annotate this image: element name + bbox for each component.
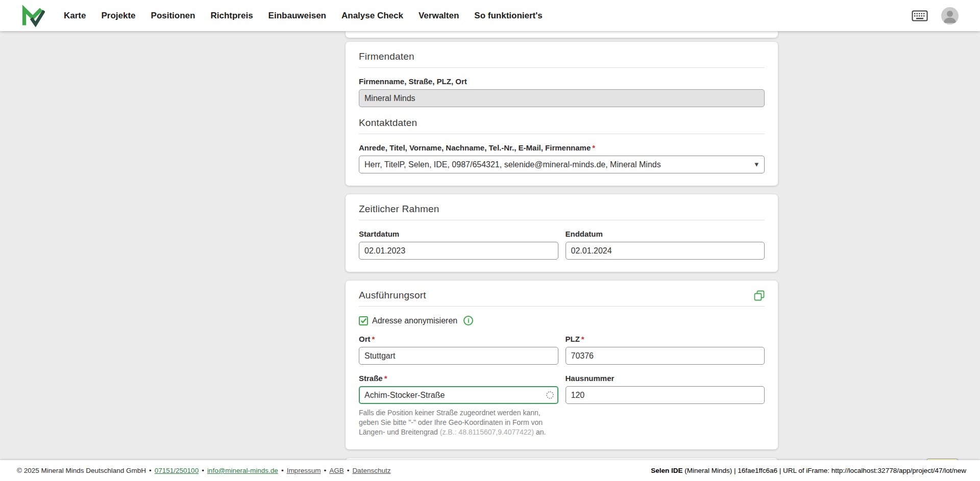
agb-link[interactable]: AGB <box>329 467 344 474</box>
hausnummer-input[interactable] <box>566 386 765 404</box>
email-link[interactable]: info@mineral-minds.de <box>207 467 278 474</box>
company-field-label: Firmenname, Straße, PLZ, Ort <box>359 77 765 86</box>
divider <box>359 220 765 220</box>
strasse-label: Straße* <box>359 374 558 383</box>
divider <box>359 67 765 68</box>
person-icon <box>941 7 959 24</box>
separator: • <box>281 467 284 474</box>
chevron-down-icon: ▾ <box>754 160 758 169</box>
required-marker: * <box>581 335 584 343</box>
ort-label: Ort* <box>359 335 558 343</box>
startdatum-field: Startdatum <box>359 230 558 260</box>
brand-logo[interactable] <box>21 5 45 27</box>
ort-input[interactable] <box>359 347 558 365</box>
divider <box>359 134 765 134</box>
required-marker: * <box>384 374 387 383</box>
navbar-right <box>912 7 959 24</box>
copy-icon[interactable] <box>754 290 765 301</box>
kontaktdaten-title: Kontaktdaten <box>359 117 765 129</box>
footer: © 2025 Mineral Minds Deutschland GmbH • … <box>0 460 980 481</box>
separator: • <box>202 467 204 474</box>
anonymize-label[interactable]: Adresse anonymisieren <box>372 316 457 325</box>
datenschutz-link[interactable]: Datenschutz <box>352 467 390 474</box>
previous-card-partial <box>346 31 778 38</box>
separator: • <box>347 467 350 474</box>
strasse-field: Straße* Falls die Position keiner Straße… <box>359 374 558 437</box>
footer-debug-info: Selen IDE (Mineral Minds) | 16fae1ffc6a6… <box>651 467 966 474</box>
nav-item-karte[interactable]: Karte <box>56 0 93 31</box>
helper-coords-example: (z.B.: 48.8115607,9.4077422) <box>440 428 534 436</box>
card-ausfuehrungsort: Ausführungsort Adresse anonymisieren i <box>346 281 778 449</box>
nav-item-projekte[interactable]: Projekte <box>93 0 143 31</box>
kontakt-select-value: Herr, TitelP, Selen, IDE, 0987/654321, s… <box>364 160 661 169</box>
required-marker: * <box>592 143 595 152</box>
kontakt-field-label-text: Anrede, Titel, Vorname, Nachname, Tel.-N… <box>359 143 591 152</box>
keyboard-icon[interactable] <box>912 10 928 21</box>
loading-spinner-icon <box>546 391 554 399</box>
divider <box>359 306 765 307</box>
ide-name: Selen IDE <box>651 467 682 474</box>
copyright-text: © 2025 Mineral Minds Deutschland GmbH <box>17 467 146 474</box>
impressum-link[interactable]: Impressum <box>287 467 321 474</box>
anonymize-row: Adresse anonymisieren i <box>359 316 765 325</box>
check-icon <box>360 317 367 324</box>
startdatum-label: Startdatum <box>359 230 558 238</box>
phone-link[interactable]: 07151/250100 <box>155 467 199 474</box>
iframe-url-text: (Mineral Minds) | 16fae1ffc6a6 | URL of … <box>682 467 966 474</box>
startdatum-input[interactable] <box>359 242 558 260</box>
hausnummer-field: Hausnummer <box>566 374 765 437</box>
firmendaten-title: Firmendaten <box>359 51 765 62</box>
main-nav: Karte Projekte Positionen Richtpreis Ein… <box>56 0 550 31</box>
card-zeitlicher-rahmen: Zeitlicher Rahmen Startdatum Enddatum <box>346 194 778 272</box>
required-marker: * <box>372 335 375 343</box>
ausfuehrungsort-title: Ausführungsort <box>359 290 426 301</box>
enddatum-input[interactable] <box>566 242 765 260</box>
card-firmendaten: Firmendaten Firmenname, Straße, PLZ, Ort… <box>346 42 778 186</box>
page-content: Firmendaten Firmenname, Straße, PLZ, Ort… <box>0 31 980 460</box>
user-avatar[interactable] <box>941 7 959 24</box>
plz-label-text: PLZ <box>566 335 580 343</box>
nav-item-verwalten[interactable]: Verwalten <box>411 0 467 31</box>
enddatum-label: Enddatum <box>566 230 765 238</box>
strasse-input[interactable] <box>359 386 558 404</box>
nav-item-analyse-check[interactable]: Analyse Check <box>334 0 411 31</box>
plz-input[interactable] <box>566 347 765 365</box>
ort-field: Ort* <box>359 335 558 365</box>
enddatum-field: Enddatum <box>566 230 765 260</box>
mineral-minds-logo-icon <box>21 5 45 27</box>
footer-left: © 2025 Mineral Minds Deutschland GmbH • … <box>17 467 390 474</box>
plz-label: PLZ* <box>566 335 765 343</box>
strasse-helper-text: Falls die Position keiner Straße zugeord… <box>359 408 558 437</box>
separator: • <box>149 467 152 474</box>
plz-field: PLZ* <box>566 335 765 365</box>
nav-item-positionen[interactable]: Positionen <box>143 0 203 31</box>
info-icon[interactable]: i <box>463 316 473 325</box>
anonymize-checkbox[interactable] <box>359 316 368 325</box>
separator: • <box>324 467 326 474</box>
kontakt-field-label: Anrede, Titel, Vorname, Nachname, Tel.-N… <box>359 143 765 152</box>
nav-item-einbauweisen[interactable]: Einbauweisen <box>261 0 334 31</box>
kontakt-select[interactable]: Herr, TitelP, Selen, IDE, 0987/654321, s… <box>359 156 765 173</box>
top-navbar: Karte Projekte Positionen Richtpreis Ein… <box>0 0 980 31</box>
nav-item-so-funktionierts[interactable]: So funktioniert's <box>467 0 550 31</box>
ort-label-text: Ort <box>359 335 371 343</box>
helper-suffix: an. <box>534 428 546 436</box>
strasse-label-text: Straße <box>359 374 383 383</box>
hausnummer-label: Hausnummer <box>566 374 765 383</box>
nav-item-richtpreis[interactable]: Richtpreis <box>203 0 260 31</box>
zeitlicher-rahmen-title: Zeitlicher Rahmen <box>359 204 765 215</box>
company-input <box>359 89 765 107</box>
